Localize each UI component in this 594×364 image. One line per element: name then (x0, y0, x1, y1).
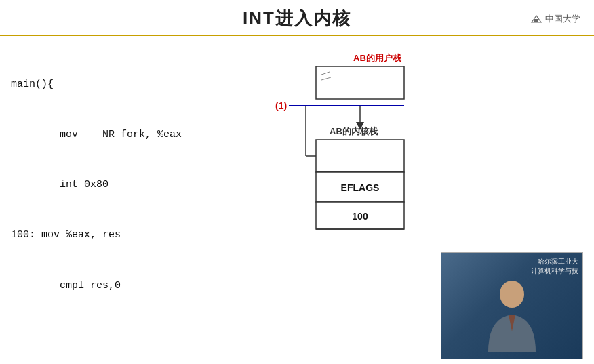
logo-text: 中国大学 (545, 13, 580, 25)
code-line-1: main(){ (11, 77, 241, 94)
main-content: main(){ mov __NR_fork, %eax int 0x80 100… (0, 36, 594, 364)
svg-rect-1 (534, 19, 538, 22)
code-line-4: 100: mov %eax, res (11, 227, 241, 244)
code-line-5: cmpl res,0 (11, 278, 241, 295)
university-name: 哈尔滨工业大 (531, 257, 578, 266)
svg-text:(1): (1) (275, 100, 287, 111)
video-thumbnail: 哈尔滨工业大 计算机科学与技 (441, 252, 583, 359)
bottom-code-block: (2)set_system_gate(0x80,&system_ call); … (11, 328, 241, 364)
code-line-3: int 0x80 (11, 177, 241, 194)
university-label: 哈尔滨工业大 计算机科学与技 (531, 257, 578, 276)
logo-icon (530, 14, 542, 24)
header: INT进入内核 中国大学 (0, 0, 594, 36)
diagram-svg: AB的用户栈 (1) AB的内核栈 EFLAGS 100 (248, 43, 424, 307)
video-background: 哈尔滨工业大 计算机科学与技 (441, 253, 582, 359)
svg-rect-9 (316, 140, 404, 172)
code-line-2: mov __NR_fork, %eax (11, 127, 241, 144)
diagram-panel: AB的用户栈 (1) AB的内核栈 EFLAGS 100 (248, 43, 424, 359)
logo: 中国大学 (519, 13, 580, 25)
department-name: 计算机科学与技 (531, 266, 578, 276)
page-title: INT进入内核 (75, 7, 519, 31)
code-panel: main(){ mov __NR_fork, %eax int 0x80 100… (11, 43, 241, 359)
top-code-block: main(){ mov __NR_fork, %eax int 0x80 100… (11, 43, 241, 328)
person-silhouette (468, 270, 556, 352)
svg-text:100: 100 (352, 211, 368, 222)
svg-text:EFLAGS: EFLAGS (341, 182, 380, 193)
svg-point-18 (500, 281, 524, 308)
svg-text:AB的内核栈: AB的内核栈 (330, 126, 378, 136)
svg-rect-3 (316, 66, 404, 99)
video-panel: 哈尔滨工业大 计算机科学与技 (431, 43, 583, 359)
code-step2: (2)set_system_gate(0x80,&system_ (11, 361, 241, 364)
svg-text:AB的用户栈: AB的用户栈 (353, 53, 402, 63)
